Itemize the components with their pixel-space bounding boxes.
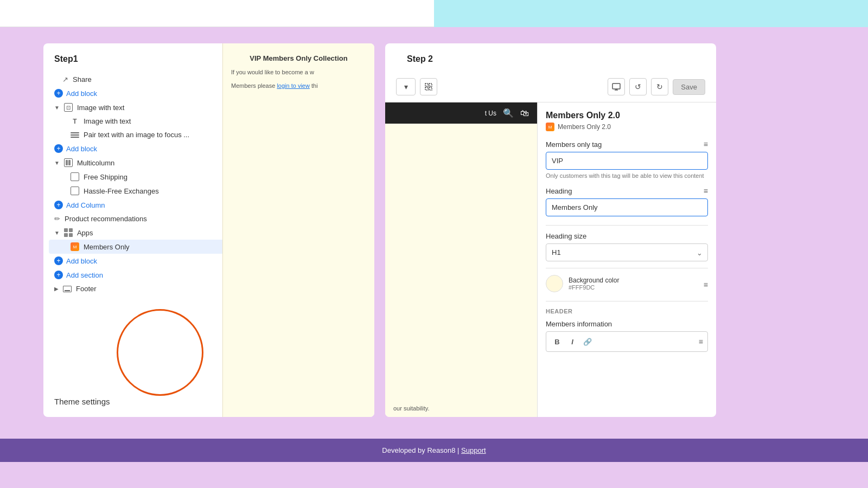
bg-color-value: #FFF9DC bbox=[569, 284, 619, 291]
pair-text-label: Pair text with an image to focus ... bbox=[84, 131, 189, 139]
apps-grid-icon bbox=[64, 228, 73, 237]
step2-preview-container: t Us 🔍 🛍 our suitability. bbox=[385, 102, 537, 417]
hassle-free-label: Hassle-Free Exchanges bbox=[84, 187, 159, 195]
members-info-label: Members information bbox=[546, 320, 708, 328]
developed-by-text: Developed by Reason8 bbox=[382, 446, 455, 454]
bg-color-label: Background color bbox=[569, 277, 619, 284]
apps-label: Apps bbox=[77, 229, 93, 237]
free-shipping-icon bbox=[71, 172, 79, 181]
cart-nav-icon[interactable]: 🛍 bbox=[520, 108, 529, 118]
divider-1 bbox=[546, 225, 708, 226]
heading-row: Heading ≡ bbox=[546, 187, 708, 195]
save-button[interactable]: Save bbox=[673, 79, 705, 95]
share-label: Share bbox=[73, 75, 92, 84]
top-banner-left bbox=[0, 0, 434, 27]
bold-button[interactable]: B bbox=[551, 335, 564, 348]
chevron-down-icon-3: ▼ bbox=[54, 230, 60, 236]
footer-icon bbox=[63, 286, 72, 292]
redo-button[interactable]: ↻ bbox=[651, 78, 668, 95]
multicolumn-label: Multicolumn bbox=[77, 159, 114, 167]
circle-annotation bbox=[117, 309, 203, 396]
preview-vip-text: If you would like to become a w bbox=[231, 68, 366, 77]
members-tag-stack-icon[interactable]: ≡ bbox=[704, 140, 708, 149]
editor-toolbar: B I 🔗 ≡ bbox=[546, 331, 708, 352]
color-row: Background color #FFF9DC bbox=[546, 275, 619, 292]
free-shipping-label: Free Shipping bbox=[84, 173, 127, 181]
bg-color-info: Background color #FFF9DC bbox=[546, 275, 619, 294]
footer-label: Footer bbox=[76, 285, 97, 293]
link-button[interactable]: 🔗 bbox=[581, 335, 594, 348]
lines-icon-1 bbox=[71, 132, 79, 138]
add-column-label: Add Column bbox=[66, 201, 105, 209]
app-members-icon: M bbox=[546, 123, 554, 131]
heading-size-select-wrapper: H1 H2 H3 H4 ⌄ bbox=[546, 243, 708, 261]
editor-stack-icon[interactable]: ≡ bbox=[699, 337, 703, 346]
plus-icon-3: + bbox=[54, 201, 63, 209]
members-tag-input[interactable] bbox=[546, 152, 708, 170]
bg-color-swatch[interactable] bbox=[546, 275, 563, 292]
add-section-label: Add section bbox=[66, 271, 103, 279]
members-tag-row: Members only tag ≡ bbox=[546, 140, 708, 149]
section-header-label: HEADER bbox=[546, 308, 708, 314]
toolbar: ▾ ↺ bbox=[396, 78, 705, 95]
members-tag-label: Members only tag bbox=[546, 140, 602, 149]
image-with-text-section-label: Image with text bbox=[77, 104, 124, 112]
members-only-icon: M bbox=[71, 242, 79, 251]
hassle-free-icon bbox=[71, 187, 79, 195]
svg-rect-1 bbox=[429, 84, 432, 86]
monitor-button[interactable] bbox=[608, 78, 625, 95]
support-link[interactable]: Support bbox=[461, 446, 486, 454]
step2-header: Step 2 ▾ bbox=[385, 43, 716, 102]
svg-rect-3 bbox=[429, 87, 432, 90]
bg-color-stack-icon[interactable]: ≡ bbox=[704, 280, 708, 289]
undo-button[interactable]: ↺ bbox=[629, 78, 647, 95]
preview-nav: t Us 🔍 🛍 bbox=[385, 102, 537, 124]
app-title: Members Only 2.0 bbox=[546, 111, 620, 120]
preview-content-area bbox=[385, 124, 537, 400]
svg-rect-0 bbox=[425, 84, 428, 86]
heading-input[interactable] bbox=[546, 198, 708, 216]
nav-text: t Us bbox=[485, 110, 496, 117]
preview-members-text: Members please login to view thi bbox=[231, 81, 366, 91]
login-to-view-link[interactable]: login to view bbox=[277, 82, 310, 89]
search-nav-icon[interactable]: 🔍 bbox=[503, 108, 514, 118]
step2-body: t Us 🔍 🛍 our suitability. Members Only 2… bbox=[385, 102, 716, 417]
selection-button[interactable] bbox=[420, 78, 437, 95]
italic-button[interactable]: I bbox=[566, 335, 579, 348]
heading-stack-icon[interactable]: ≡ bbox=[704, 187, 708, 195]
step2-preview-pane: t Us 🔍 🛍 bbox=[385, 102, 537, 124]
theme-settings-link[interactable]: Theme settings bbox=[54, 397, 110, 406]
svg-rect-2 bbox=[425, 87, 428, 90]
settings-pane: Members Only 2.0 M Members Only 2.0 Memb… bbox=[537, 102, 716, 417]
divider-3 bbox=[546, 301, 708, 301]
app-subtitle-text: Members Only 2.0 bbox=[558, 123, 611, 131]
color-text: Background color #FFF9DC bbox=[569, 277, 619, 291]
step1-panel: Step1 ↗ Share + Add block ▼ ⊡ Image with… bbox=[43, 43, 374, 417]
footer-bar: Developed by Reason8 | Support bbox=[0, 439, 868, 462]
members-tag-description: Only customers with this tag will be abl… bbox=[546, 172, 708, 180]
plus-icon-2: + bbox=[54, 144, 63, 153]
image-text-icon: ⊡ bbox=[64, 103, 73, 112]
preview-suitability: our suitability. bbox=[385, 400, 537, 417]
add-block-label-2: Add block bbox=[66, 145, 97, 153]
app-subtitle: M Members Only 2.0 bbox=[546, 123, 708, 131]
heading-size-select[interactable]: H1 H2 H3 H4 bbox=[546, 243, 708, 261]
plus-icon-5: + bbox=[54, 271, 63, 279]
step1-preview-area: VIP Members Only Collection If you would… bbox=[222, 43, 374, 417]
preview-vip-title: VIP Members Only Collection bbox=[231, 54, 366, 62]
add-block-label-3: Add block bbox=[66, 257, 97, 265]
product-rec-label: Product recommendations bbox=[65, 215, 147, 223]
step2-panel: Step 2 ▾ bbox=[385, 43, 716, 417]
multicolumn-icon bbox=[64, 158, 73, 167]
members-only-label: Members Only bbox=[84, 243, 130, 251]
image-with-text-label: Image with text bbox=[84, 117, 131, 125]
heading-size-label: Heading size bbox=[546, 232, 708, 240]
top-banner-right bbox=[434, 0, 868, 27]
plus-icon-1: + bbox=[54, 89, 63, 98]
share-icon: ↗ bbox=[62, 75, 68, 84]
chevron-down-icon-2: ▼ bbox=[54, 160, 60, 166]
dropdown-button[interactable]: ▾ bbox=[396, 78, 416, 95]
app-header: Members Only 2.0 bbox=[546, 111, 708, 120]
step2-title: Step 2 bbox=[396, 54, 705, 73]
pen-icon: ✏ bbox=[54, 215, 60, 223]
